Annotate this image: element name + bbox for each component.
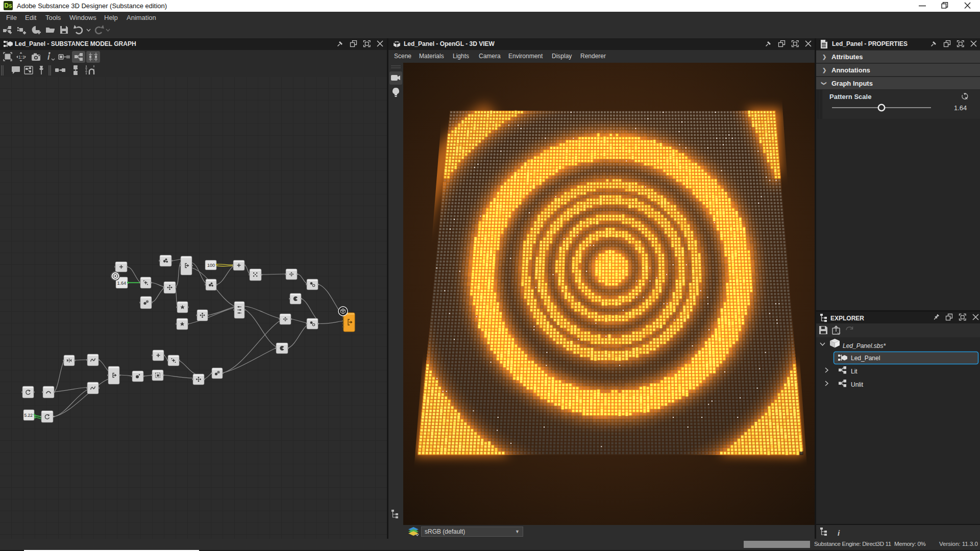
svg-text:5.22: 5.22: [24, 413, 33, 418]
svg-text:1:1: 1:1: [18, 55, 25, 60]
svg-text:EXPLORER: EXPLORER: [830, 315, 864, 322]
svg-text:1.64: 1.64: [117, 281, 127, 286]
svg-text:Led_Panel: Led_Panel: [851, 355, 880, 362]
svg-text:Pattern Scale: Pattern Scale: [829, 93, 871, 101]
svg-text:Led_Panel.sbs*: Led_Panel.sbs*: [843, 342, 886, 349]
svg-text:100: 100: [207, 263, 215, 268]
svg-text:Unlit: Unlit: [851, 381, 864, 388]
svg-text:1.64: 1.64: [954, 104, 967, 112]
svg-text:Lit: Lit: [851, 368, 857, 375]
